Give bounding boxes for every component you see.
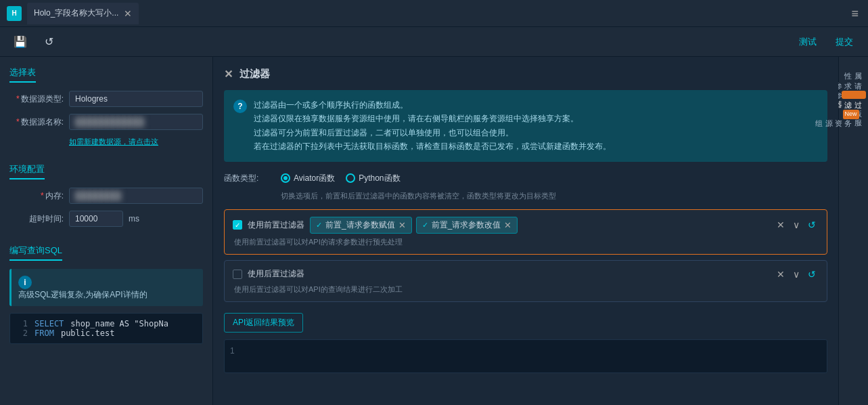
filter-close-button[interactable]: ✕ bbox=[224, 68, 233, 81]
tab-title: Holo_字段名称大写小... bbox=[34, 7, 118, 19]
select-table-title: 选择表 bbox=[9, 66, 36, 83]
pre-filter-actions: ✕ ∨ ↺ bbox=[774, 218, 819, 232]
result-line-num: 1 bbox=[230, 346, 235, 356]
toolbar: 💾 ↺ 测试 提交 bbox=[0, 27, 868, 57]
post-filter-close-icon[interactable]: ✕ bbox=[774, 268, 787, 281]
memory-value: ████████ bbox=[69, 188, 203, 204]
pre-filter-label: 使用前置过滤器 bbox=[248, 219, 304, 231]
pre-filter-refresh-icon[interactable]: ↺ bbox=[805, 218, 819, 232]
submit-button[interactable]: 提交 bbox=[830, 33, 859, 51]
post-filter-hint: 使用后置过滤器可以对API的查询结果进行二次加工 bbox=[234, 284, 819, 295]
pre-filter-box: 使用前置过滤器 ✓ 前置_请求参数赋值 ✕ ✓ 前置_请求参数改值 ✕ ✕ bbox=[224, 209, 827, 255]
result-area: 1 bbox=[224, 339, 827, 373]
refresh-button[interactable]: ↺ bbox=[41, 33, 58, 51]
pre-filter-tag-close-2[interactable]: ✕ bbox=[504, 220, 511, 230]
pre-filter-expand-icon[interactable]: ∨ bbox=[790, 218, 802, 232]
sql-line-2: 2 FROM public.test bbox=[16, 328, 197, 338]
post-filter-label: 使用后置过滤器 bbox=[248, 268, 304, 280]
func-type-row: 函数类型: Aviator函数 Python函数 bbox=[224, 173, 827, 184]
radio-python-dot[interactable] bbox=[346, 173, 355, 183]
center-panel: ✕ 过滤器 ? 过滤器由一个或多个顺序执行的函数组成。 过滤器仅限在独享数据服务… bbox=[213, 57, 838, 405]
filter-info-text: 过滤器由一个或多个顺序执行的函数组成。 过滤器仅限在独享数据服务资源组中使用，请… bbox=[254, 98, 611, 154]
post-filter-checkbox[interactable] bbox=[233, 270, 242, 279]
pre-filter-close-icon[interactable]: ✕ bbox=[774, 218, 787, 232]
timeout-label: 超时时间: bbox=[9, 213, 64, 225]
sql-editor[interactable]: 1 SELECT shop_name AS "ShopNa 2 FROM pub… bbox=[9, 313, 203, 344]
timeout-row: 超时时间: 10000 ms bbox=[9, 211, 203, 227]
sql-line-1: 1 SELECT shop_name AS "ShopNa bbox=[16, 319, 197, 328]
datasource-name-label: *数据源名称: bbox=[9, 116, 64, 128]
test-button[interactable]: 测试 bbox=[794, 33, 822, 51]
api-preview-button[interactable]: API返回结果预览 bbox=[224, 313, 303, 333]
switch-hint: 切换选项后，前置和后置过滤器中的函数内容将被清空，函数类型将更改为目标类型 bbox=[281, 191, 827, 201]
tag-check-icon-1: ✓ bbox=[316, 221, 322, 230]
radio-aviator-dot[interactable] bbox=[281, 173, 290, 183]
new-badge-label: New bbox=[843, 110, 859, 119]
left-panel: 选择表 *数据源类型: Hologres *数据源名称: ███████████… bbox=[0, 57, 213, 405]
sql-info-box: i 高级SQL逻辑复杂,为确保API详情的 bbox=[9, 269, 203, 306]
func-type-label: 函数类型: bbox=[224, 173, 271, 184]
title-tab[interactable]: Holo_字段名称大写小... ✕ bbox=[27, 3, 139, 24]
right-panel-item-version[interactable]: 版本 bbox=[842, 100, 866, 108]
memory-label: *内存: bbox=[9, 190, 64, 202]
pre-filter-tag-label-2: 前置_请求参数改值 bbox=[432, 219, 501, 231]
title-bar: H Holo_字段名称大写小... ✕ ≡ bbox=[0, 0, 868, 27]
sql-line-num-2: 2 bbox=[16, 328, 28, 338]
sql-info-text: 高级SQL逻辑复杂,为确保API详情的 bbox=[18, 290, 147, 299]
post-filter-inner: 使用后置过滤器 ✕ ∨ ↺ bbox=[233, 268, 819, 281]
pre-filter-hint: 使用前置过滤器可以对API的请求参数进行预先处理 bbox=[234, 237, 819, 247]
main-layout: 选择表 *数据源类型: Hologres *数据源名称: ███████████… bbox=[0, 57, 868, 405]
env-config-title: 环境配置 bbox=[9, 163, 45, 179]
app-logo: H bbox=[7, 6, 22, 21]
menu-icon[interactable]: ≡ bbox=[851, 6, 859, 20]
right-panel-item-filter[interactable]: 过滤器 bbox=[842, 91, 866, 99]
filter-info-icon: ? bbox=[233, 100, 247, 113]
datasource-name-value: ████████████ bbox=[69, 114, 203, 130]
sql-line-num-1: 1 bbox=[16, 319, 28, 328]
toolbar-right: 测试 提交 bbox=[794, 33, 859, 51]
radio-python-label: Python函数 bbox=[359, 173, 400, 184]
right-panel-item-service[interactable]: New 服务资源组 bbox=[842, 110, 866, 118]
new-datasource-hint[interactable]: 如需新建数据源，请点击这 bbox=[69, 137, 203, 147]
radio-group: Aviator函数 Python函数 bbox=[281, 173, 401, 184]
filter-header: ✕ 过滤器 bbox=[224, 68, 827, 81]
post-filter-expand-icon[interactable]: ∨ bbox=[790, 268, 802, 281]
memory-row: *内存: ████████ bbox=[9, 188, 203, 204]
post-filter-actions: ✕ ∨ ↺ bbox=[774, 268, 819, 281]
info-icon: i bbox=[18, 276, 32, 289]
datasource-type-value: Hologres bbox=[69, 91, 203, 107]
pre-filter-tag-1[interactable]: ✓ 前置_请求参数赋值 ✕ bbox=[310, 217, 412, 234]
datasource-type-label: *数据源类型: bbox=[9, 93, 64, 105]
datasource-type-row: *数据源类型: Hologres bbox=[9, 91, 203, 107]
radio-aviator[interactable]: Aviator函数 bbox=[281, 173, 335, 184]
pre-filter-checkbox[interactable] bbox=[233, 220, 242, 230]
datasource-name-row: *数据源名称: ████████████ bbox=[9, 114, 203, 130]
filter-title: 过滤器 bbox=[239, 68, 270, 81]
right-panel-item-request[interactable]: 请求参数 bbox=[842, 72, 866, 80]
tag-check-icon-2: ✓ bbox=[422, 221, 428, 230]
pre-filter-tag-close-1[interactable]: ✕ bbox=[398, 220, 406, 230]
timeout-value[interactable]: 10000 bbox=[69, 211, 123, 227]
radio-python[interactable]: Python函数 bbox=[346, 173, 400, 184]
right-panel-item-return[interactable]: 返回参数 bbox=[842, 81, 866, 89]
pre-filter-tag-label-1: 前置_请求参数赋值 bbox=[325, 219, 395, 231]
post-filter-refresh-icon[interactable]: ↺ bbox=[805, 268, 819, 281]
pre-filter-tags: ✓ 前置_请求参数赋值 ✕ ✓ 前置_请求参数改值 ✕ bbox=[310, 217, 769, 234]
post-filter-box: 使用后置过滤器 ✕ ∨ ↺ 使用后置过滤器可以对API的查询结果进行二次加工 bbox=[224, 260, 827, 302]
radio-aviator-label: Aviator函数 bbox=[294, 173, 335, 184]
save-button[interactable]: 💾 bbox=[9, 33, 31, 51]
filter-info-box: ? 过滤器由一个或多个顺序执行的函数组成。 过滤器仅限在独享数据服务资源组中使用… bbox=[224, 90, 827, 162]
pre-filter-inner: 使用前置过滤器 ✓ 前置_请求参数赋值 ✕ ✓ 前置_请求参数改值 ✕ ✕ bbox=[233, 217, 819, 234]
tab-close-icon[interactable]: ✕ bbox=[124, 8, 132, 19]
right-panel-item-attr[interactable]: 属性 bbox=[842, 62, 866, 70]
edit-sql-title: 编写查询SQL bbox=[9, 244, 62, 261]
pre-filter-tag-2[interactable]: ✓ 前置_请求参数改值 ✕ bbox=[416, 217, 518, 234]
timeout-unit: ms bbox=[129, 214, 139, 223]
right-panel: 属性 请求参数 返回参数 过滤器 版本 New 服务资源组 bbox=[838, 57, 868, 405]
